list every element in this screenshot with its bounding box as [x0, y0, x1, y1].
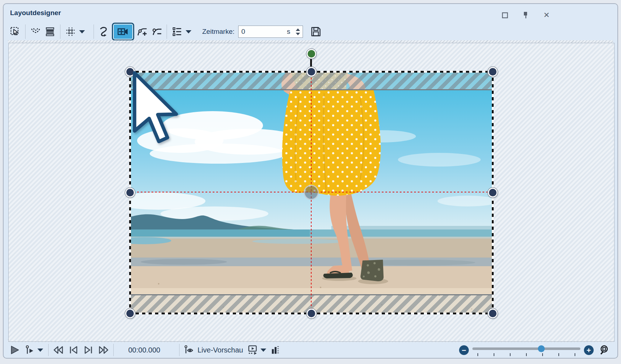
next-frame-button[interactable] [82, 344, 95, 356]
remove-keyframe-icon [151, 26, 162, 37]
zoom-out-button[interactable]: − [459, 345, 469, 355]
skip-to-end-button[interactable] [98, 344, 110, 356]
play-from-marker-icon [25, 345, 35, 355]
zoom-slider-ticks [477, 353, 575, 356]
preview-window-icon [248, 345, 258, 355]
remove-keyframe-button[interactable] [149, 24, 164, 39]
select-tool-button[interactable] [8, 24, 22, 39]
next-frame-icon [83, 345, 94, 355]
titlebar: Layoutdesigner ✕ [4, 4, 617, 21]
pin-button[interactable] [521, 10, 530, 20]
play-button[interactable] [9, 344, 21, 356]
grid-button[interactable] [63, 24, 78, 39]
zeitmarke-label: Zeitmarke: [202, 28, 235, 36]
window-title: Layoutdesigner [10, 9, 61, 17]
curve-mode-icon [98, 26, 110, 37]
grid-icon [65, 26, 76, 37]
layout-canvas[interactable] [8, 43, 615, 342]
resize-handle-bottom-right[interactable] [488, 309, 498, 318]
transport-separator [113, 344, 114, 356]
spinner-down-icon[interactable] [296, 33, 300, 35]
statistics-button[interactable] [270, 344, 281, 356]
zeitmarke-input[interactable]: 0 s [238, 26, 303, 38]
pin-icon [522, 12, 529, 19]
spinner-up-icon[interactable] [296, 28, 300, 31]
selected-image-object[interactable] [130, 72, 493, 313]
skip-to-start-icon [53, 345, 64, 355]
zoom-slider-thumb[interactable] [538, 345, 545, 352]
toolbar-separator [60, 24, 60, 39]
toolbar-separator [25, 24, 26, 39]
layers-icon [45, 26, 55, 37]
transport-separator [48, 344, 49, 356]
add-keyframe-icon [136, 26, 148, 37]
center-handle[interactable] [304, 185, 319, 200]
zeitmarke-spinner[interactable] [294, 26, 302, 37]
previous-frame-button[interactable] [67, 344, 80, 356]
statistics-icon [271, 345, 280, 355]
skip-to-end-icon [98, 345, 109, 355]
zeitmarke-value: 0 [241, 28, 287, 36]
mouse-cursor-icon [129, 70, 183, 145]
close-button[interactable]: ✕ [542, 10, 551, 20]
select-tool-icon [10, 26, 21, 37]
layoutdesigner-window: Layoutdesigner ✕ [3, 3, 618, 359]
save-icon [310, 26, 322, 37]
live-preview-toggle[interactable] [183, 344, 195, 356]
zoom-fit-icon [599, 345, 610, 355]
transport-bar: 00:00.000 Live-Vorschau [4, 342, 617, 358]
resize-handle-top-center[interactable] [307, 67, 316, 77]
maximize-button[interactable] [500, 10, 509, 20]
grid-menu-caret[interactable] [79, 30, 85, 33]
toolbar-separator [94, 24, 94, 39]
zoom-in-button[interactable]: + [584, 345, 594, 355]
previous-frame-icon [68, 345, 78, 355]
live-preview-label: Live-Vorschau [198, 346, 243, 354]
skip-to-start-button[interactable] [52, 344, 64, 356]
transport-separator [179, 344, 180, 356]
layers-button[interactable] [43, 24, 57, 39]
rotation-handle[interactable] [307, 49, 316, 59]
camera-pan-button[interactable] [112, 23, 134, 41]
preview-menu-caret[interactable] [260, 349, 266, 352]
resize-handle-bottom-left[interactable] [125, 309, 135, 318]
timecode-display: 00:00.000 [117, 346, 171, 354]
canvas-zoom-controls: − + [459, 342, 611, 358]
add-keyframe-button[interactable] [135, 24, 149, 39]
preview-window-button[interactable] [247, 344, 259, 356]
maximize-icon [502, 12, 508, 18]
zoom-fit-button[interactable] [599, 344, 611, 356]
resize-handle-bottom-center[interactable] [307, 309, 316, 318]
play-from-marker-button[interactable] [24, 344, 36, 356]
play-icon [10, 345, 20, 355]
resize-handle-middle-right[interactable] [488, 188, 498, 197]
object-list-button[interactable] [170, 24, 184, 39]
motion-curves-button[interactable] [28, 24, 43, 39]
object-list-icon [172, 26, 182, 37]
resize-handle-middle-left[interactable] [125, 188, 135, 197]
zoom-slider[interactable] [472, 345, 580, 355]
play-menu-caret[interactable] [37, 349, 43, 352]
toolbar: Zeitmarke: 0 s [4, 22, 617, 41]
marker-eye-icon [184, 345, 195, 355]
toolbar-separator [167, 24, 167, 39]
camera-pan-icon [117, 26, 129, 37]
save-keyframe-button[interactable] [309, 24, 323, 39]
object-list-menu-caret[interactable] [186, 30, 191, 33]
resize-handle-top-right[interactable] [488, 67, 498, 77]
zoom-slider-track[interactable] [472, 347, 580, 350]
zeitmarke-unit: s [287, 28, 290, 36]
motion-curves-icon [30, 26, 41, 37]
curve-mode-button[interactable] [97, 24, 111, 39]
